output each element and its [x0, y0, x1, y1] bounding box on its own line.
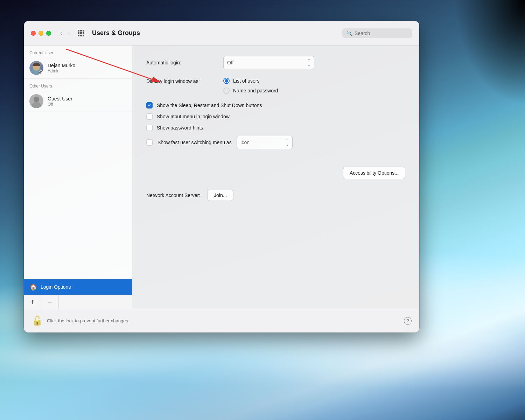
checkbox-input-box	[146, 113, 153, 120]
automatic-login-label: Automatic login:	[146, 60, 223, 65]
help-button[interactable]: ?	[404, 317, 412, 325]
sidebar-bottom: 🏠 Login Options + −	[24, 279, 132, 309]
checkbox-sleep-box	[146, 102, 153, 108]
fast-switch-value: Icon	[240, 140, 250, 145]
radio-circle-list	[223, 78, 230, 84]
checkbox-fast-switch-label: Show fast user switching menu as	[158, 140, 232, 145]
login-options-button[interactable]: 🏠 Login Options	[24, 279, 132, 295]
sidebar-actions: + −	[24, 295, 132, 309]
avatar-dejan: ★	[29, 61, 43, 75]
user-name-guest: Guest User	[48, 96, 126, 102]
remove-user-button[interactable]: −	[41, 295, 59, 309]
checkbox-hints-box	[146, 125, 153, 131]
add-user-button[interactable]: +	[24, 295, 41, 309]
automatic-login-value: Off	[227, 60, 233, 65]
search-icon: 🔍	[346, 30, 352, 36]
search-box[interactable]: 🔍	[342, 28, 412, 38]
checkbox-input-menu[interactable]: Show Input menu in login window	[146, 113, 405, 120]
accessibility-section: Accessibility Options...	[146, 167, 405, 179]
user-name-dejan: Dejan Murko	[48, 63, 126, 68]
grid-icon	[76, 28, 86, 38]
back-button[interactable]: ‹	[58, 29, 64, 38]
automatic-login-row: Automatic login: Off ⌃⌄	[146, 56, 405, 69]
fullscreen-button[interactable]	[46, 31, 51, 36]
checkbox-sleep-label: Show the Sleep, Restart and Shut Down bu…	[157, 103, 262, 108]
titlebar: ‹ › Users & Groups 🔍	[24, 21, 419, 46]
network-row: Network Account Server: Join...	[146, 190, 405, 201]
user-role-dejan: Admin	[48, 69, 126, 74]
radio-label-name: Name and password	[233, 88, 278, 93]
checkbox-group: Show the Sleep, Restart and Shut Down bu…	[146, 102, 405, 149]
radio-list-of-users[interactable]: List of users	[223, 78, 278, 84]
space-dark	[455, 0, 525, 105]
join-button[interactable]: Join...	[207, 190, 233, 201]
network-label: Network Account Server:	[146, 192, 200, 198]
window-title: Users & Groups	[92, 29, 140, 37]
main-content: Current User ★ D	[24, 46, 419, 309]
fast-switch-row: Show fast user switching menu as Icon ⌃⌄	[146, 136, 405, 149]
checkbox-hints-label: Show password hints	[157, 125, 203, 131]
grid-button[interactable]	[75, 27, 87, 39]
chevron-updown-icon: ⌃⌄	[307, 58, 310, 67]
close-button[interactable]	[31, 31, 36, 36]
automatic-login-dropdown[interactable]: Off ⌃⌄	[223, 56, 314, 69]
forward-button[interactable]: ›	[66, 29, 72, 38]
avatar-guest	[29, 94, 43, 108]
radio-group: List of users Name and password	[223, 78, 278, 94]
chevron-updown-icon-2: ⌃⌄	[286, 138, 289, 147]
checkbox-input-label: Show Input menu in login window	[157, 114, 230, 119]
bottom-bar: 🔓 Click the lock to prevent further chan…	[24, 309, 419, 332]
radio-name-password[interactable]: Name and password	[223, 88, 278, 94]
current-user-label: Current User	[24, 46, 132, 57]
main-window: ‹ › Users & Groups 🔍 Current Use	[24, 21, 419, 332]
right-panel: Automatic login: Off ⌃⌄ Display login wi…	[132, 46, 419, 309]
login-options-label: Login Options	[41, 284, 71, 290]
nav-buttons: ‹ ›	[58, 29, 72, 38]
radio-label-list: List of users	[233, 78, 259, 84]
user-item-dejan[interactable]: ★ Dejan Murko Admin	[24, 57, 132, 79]
checkbox-password-hints[interactable]: Show password hints	[146, 125, 405, 131]
accessibility-options-button[interactable]: Accessibility Options...	[343, 167, 405, 179]
user-item-guest[interactable]: Guest User Off	[24, 91, 132, 112]
checkbox-fast-switch-box[interactable]	[146, 139, 153, 146]
other-users-label: Other Users	[24, 79, 132, 91]
fast-switch-dropdown[interactable]: Icon ⌃⌄	[237, 136, 293, 149]
house-icon: 🏠	[29, 283, 37, 291]
user-role-guest: Off	[48, 102, 126, 107]
minimize-button[interactable]	[38, 31, 43, 36]
checkbox-sleep-restart[interactable]: Show the Sleep, Restart and Shut Down bu…	[146, 102, 405, 108]
radio-circle-name	[223, 88, 230, 94]
user-info-dejan: Dejan Murko Admin	[48, 63, 126, 74]
lock-button[interactable]: 🔓 Click the lock to prevent further chan…	[31, 315, 130, 326]
lock-label: Click the lock to prevent further change…	[47, 318, 130, 323]
user-info-guest: Guest User Off	[48, 96, 126, 107]
traffic-lights	[31, 31, 51, 36]
display-login-label: Display login window as:	[146, 78, 223, 84]
display-login-row: Display login window as: List of users N…	[146, 78, 405, 94]
sidebar: Current User ★ D	[24, 46, 132, 309]
search-input[interactable]	[355, 30, 408, 36]
lock-icon: 🔓	[31, 315, 43, 326]
